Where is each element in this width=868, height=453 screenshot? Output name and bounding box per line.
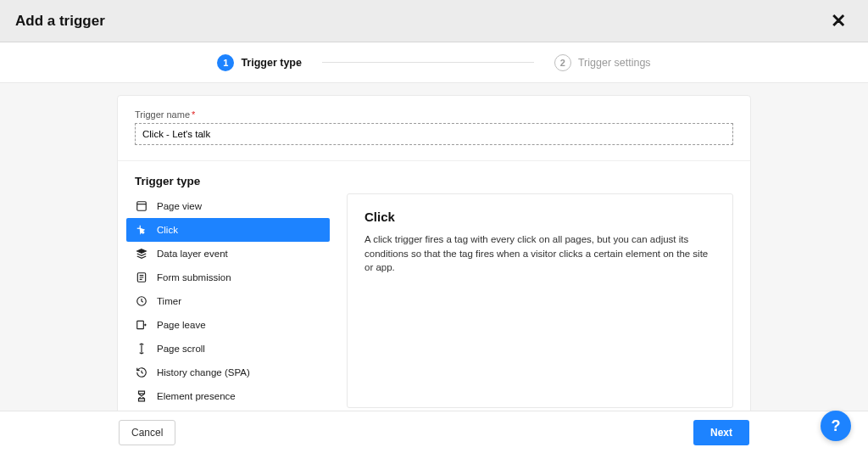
close-button[interactable]: ✕: [824, 7, 853, 36]
form-icon: [135, 271, 148, 284]
history-icon: [135, 366, 148, 379]
scroll-icon: [135, 342, 148, 355]
type-timer[interactable]: Timer: [126, 289, 330, 313]
type-label: Page view: [157, 201, 202, 211]
modal-title: Add a trigger: [15, 13, 105, 30]
step-trigger-type[interactable]: 1 Trigger type: [217, 54, 302, 71]
stepper: 1 Trigger type 2 Trigger settings: [0, 42, 868, 83]
next-button[interactable]: Next: [693, 420, 749, 445]
close-icon: ✕: [831, 10, 846, 31]
trigger-card: Trigger name* Trigger type Page view Cli…: [117, 95, 751, 434]
type-form-submission[interactable]: Form submission: [126, 266, 330, 289]
data-layer-icon: [135, 247, 148, 260]
step-label: Trigger settings: [578, 57, 651, 69]
name-field-group: Trigger name*: [118, 96, 750, 161]
click-icon: [135, 223, 148, 237]
trigger-name-input[interactable]: [135, 123, 733, 145]
modal-header: Add a trigger ✕: [0, 0, 868, 42]
step-connector: [322, 62, 534, 63]
type-label: History change (SPA): [157, 367, 250, 378]
svg-rect-3: [137, 321, 144, 328]
type-label: Element presence: [157, 391, 236, 401]
type-label: Page leave: [157, 320, 206, 330]
cancel-button[interactable]: Cancel: [119, 420, 175, 445]
help-button[interactable]: ?: [821, 411, 851, 441]
step-number: 2: [554, 54, 571, 71]
trigger-type-heading: Trigger type: [126, 175, 330, 194]
step-label: Trigger type: [241, 57, 302, 69]
modal-footer: Cancel Next: [0, 411, 868, 453]
description-text: A click trigger fires a tag with every c…: [364, 232, 715, 275]
step-trigger-settings[interactable]: 2 Trigger settings: [554, 54, 651, 71]
type-label: Form submission: [157, 272, 231, 282]
type-label: Click: [157, 225, 178, 235]
page-view-icon: [135, 199, 148, 213]
page-body: Trigger name* Trigger type Page view Cli…: [0, 83, 868, 453]
trigger-type-list: Trigger type Page view Click: [126, 175, 330, 408]
type-page-view[interactable]: Page view: [126, 194, 330, 218]
step-number: 1: [217, 54, 234, 71]
type-description-panel: Click A click trigger fires a tag with e…: [347, 193, 733, 408]
type-data-layer-event[interactable]: Data layer event: [126, 242, 330, 266]
page-leave-icon: [135, 318, 148, 332]
presence-icon: [135, 389, 148, 403]
type-click[interactable]: Click: [126, 218, 330, 242]
timer-icon: [135, 294, 148, 308]
description-title: Click: [364, 210, 715, 224]
type-page-leave[interactable]: Page leave: [126, 313, 330, 337]
type-label: Timer: [157, 296, 181, 306]
type-page-scroll[interactable]: Page scroll: [126, 337, 330, 361]
type-history-change[interactable]: History change (SPA): [126, 361, 330, 384]
card-content: Trigger type Page view Click: [118, 161, 750, 433]
name-label: Trigger name*: [135, 109, 733, 120]
required-mark: *: [192, 109, 195, 120]
type-label: Data layer event: [157, 249, 228, 259]
svg-rect-0: [137, 202, 147, 211]
type-label: Page scroll: [157, 344, 205, 354]
type-element-presence[interactable]: Element presence: [126, 384, 330, 408]
help-icon: ?: [832, 417, 841, 435]
